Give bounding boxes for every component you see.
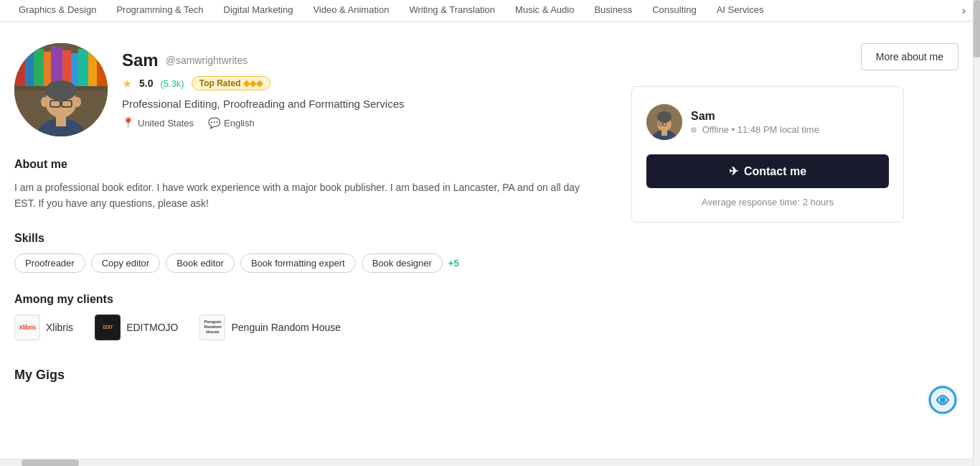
bio-text: I am a professional book editor. I have … xyxy=(14,180,603,212)
skills-title: Skills xyxy=(14,232,603,245)
svg-point-24 xyxy=(657,111,672,123)
clients-row: Xlibris Xlibris EDIT EDITMOJO PenguinRan… xyxy=(14,314,603,340)
left-panel: More about me xyxy=(14,43,631,403)
svg-rect-2 xyxy=(14,50,25,86)
star-icon: ★ xyxy=(122,77,132,90)
card-user-row: Sam Offline • 11:48 PM local time xyxy=(646,104,889,140)
svg-rect-3 xyxy=(25,54,34,86)
svg-rect-10 xyxy=(88,52,97,86)
skills-more-button[interactable]: +5 xyxy=(448,253,459,273)
top-rated-badge: Top Rated ◆◆◆ xyxy=(192,76,271,90)
skill-book-formatting[interactable]: Book formatting expert xyxy=(240,253,356,273)
nav-business[interactable]: Business xyxy=(584,0,642,22)
nav-more-icon[interactable]: › xyxy=(956,4,971,17)
my-gigs-section: My Gigs xyxy=(14,360,603,383)
clients-title: Among my clients xyxy=(14,293,603,306)
client-logo-editmojo: EDIT xyxy=(95,314,121,340)
avatar xyxy=(14,43,108,136)
svg-rect-4 xyxy=(34,49,44,86)
skill-book-designer[interactable]: Book designer xyxy=(362,253,443,273)
svg-point-14 xyxy=(45,80,77,101)
nav-music-audio[interactable]: Music & Audio xyxy=(505,0,584,22)
horizontal-scrollbar[interactable] xyxy=(0,459,973,466)
about-section: About me I am a professional book editor… xyxy=(14,158,603,212)
skills-section: Skills Proofreader Copy editor Book edit… xyxy=(14,232,603,273)
rating-score: 5.0 xyxy=(139,78,153,89)
profile-name: Sam xyxy=(122,50,159,70)
card-status: Offline • 11:48 PM local time xyxy=(691,124,819,135)
clients-section: Among my clients Xlibris Xlibris EDIT ED… xyxy=(14,293,603,340)
client-logo-xlibris: Xlibris xyxy=(14,314,40,340)
client-name-xlibris: Xlibris xyxy=(46,322,73,333)
badge-diamonds: ◆◆◆ xyxy=(243,78,263,88)
more-about-button[interactable]: More about me xyxy=(861,43,958,70)
skills-row: Proofreader Copy editor Book editor Book… xyxy=(14,253,603,273)
language-text: English xyxy=(224,118,255,129)
profile-meta: 📍 United States 💬 English xyxy=(122,117,603,129)
nav-video-animation[interactable]: Video & Animation xyxy=(303,0,399,22)
client-name-penguin: Penguin Random House xyxy=(231,322,341,333)
right-panel: Sam Offline • 11:48 PM local time ✈ Cont… xyxy=(631,43,904,403)
nav-bar: Graphics & Design Programming & Tech Dig… xyxy=(0,0,980,22)
location-icon: 📍 xyxy=(122,117,134,129)
language-meta: 💬 English xyxy=(208,117,255,129)
nav-digital-marketing[interactable]: Digital Marketing xyxy=(214,0,303,22)
rating-count: (5.3k) xyxy=(160,78,184,89)
location-meta: 📍 United States xyxy=(122,117,194,129)
profile-tagline: Professional Editing, Proofreading and F… xyxy=(122,98,603,110)
nav-consulting[interactable]: Consulting xyxy=(642,0,706,22)
my-gigs-title: My Gigs xyxy=(14,360,603,383)
skill-book-editor[interactable]: Book editor xyxy=(166,253,235,273)
rating-row: ★ 5.0 (5.3k) Top Rated ◆◆◆ xyxy=(122,76,603,90)
language-icon: 💬 xyxy=(208,117,220,129)
status-dot xyxy=(691,127,697,133)
svg-rect-5 xyxy=(44,52,51,86)
badge-label: Top Rated xyxy=(199,78,241,88)
local-time-text: 11:48 PM local time xyxy=(738,124,819,135)
card-name: Sam xyxy=(691,110,819,123)
client-editmojo: EDIT EDITMOJO xyxy=(95,314,178,340)
profile-info: Sam @samwrightwrites ★ 5.0 (5.3k) Top Ra… xyxy=(122,43,603,129)
svg-point-21 xyxy=(74,97,81,107)
svg-rect-6 xyxy=(51,47,62,86)
svg-rect-8 xyxy=(71,53,78,86)
contact-button[interactable]: ✈ Contact me xyxy=(646,154,889,188)
client-penguin: PenguinRandomHouse Penguin Random House xyxy=(199,314,341,340)
location-text: United States xyxy=(138,118,194,129)
avg-response-text: Average response time: 2 hours xyxy=(646,197,889,208)
profile-name-row: Sam @samwrightwrites xyxy=(122,50,603,70)
svg-rect-9 xyxy=(78,49,88,86)
nav-writing-translation[interactable]: Writing & Translation xyxy=(399,0,505,22)
profile-header: Sam @samwrightwrites ★ 5.0 (5.3k) Top Ra… xyxy=(14,43,603,136)
contact-card: Sam Offline • 11:48 PM local time ✈ Cont… xyxy=(631,86,904,223)
nav-ai-services[interactable]: AI Services xyxy=(707,0,774,22)
profile-handle: @samwrightwrites xyxy=(166,55,248,66)
skill-proofreader[interactable]: Proofreader xyxy=(14,253,85,273)
horizontal-scrollbar-thumb[interactable] xyxy=(22,460,79,466)
status-text: Offline xyxy=(702,124,729,135)
main-content: More about me xyxy=(0,22,980,417)
fiverr-badge-icon xyxy=(927,384,958,416)
svg-point-20 xyxy=(41,97,48,107)
svg-rect-29 xyxy=(661,130,667,136)
client-xlibris: Xlibris Xlibris xyxy=(14,314,73,340)
client-name-editmojo: EDITMOJO xyxy=(126,322,178,333)
card-avatar xyxy=(646,104,682,140)
svg-rect-19 xyxy=(56,115,66,126)
client-logo-penguin: PenguinRandomHouse xyxy=(199,314,225,340)
nav-programming-tech[interactable]: Programming & Tech xyxy=(106,0,213,22)
skill-copy-editor[interactable]: Copy editor xyxy=(91,253,160,273)
card-user-info: Sam Offline • 11:48 PM local time xyxy=(691,110,819,135)
send-icon: ✈ xyxy=(729,164,738,178)
about-title: About me xyxy=(14,158,603,171)
svg-rect-11 xyxy=(97,47,108,86)
nav-graphics-design[interactable]: Graphics & Design xyxy=(9,0,106,22)
svg-point-32 xyxy=(940,397,946,403)
contact-label: Contact me xyxy=(744,165,806,178)
